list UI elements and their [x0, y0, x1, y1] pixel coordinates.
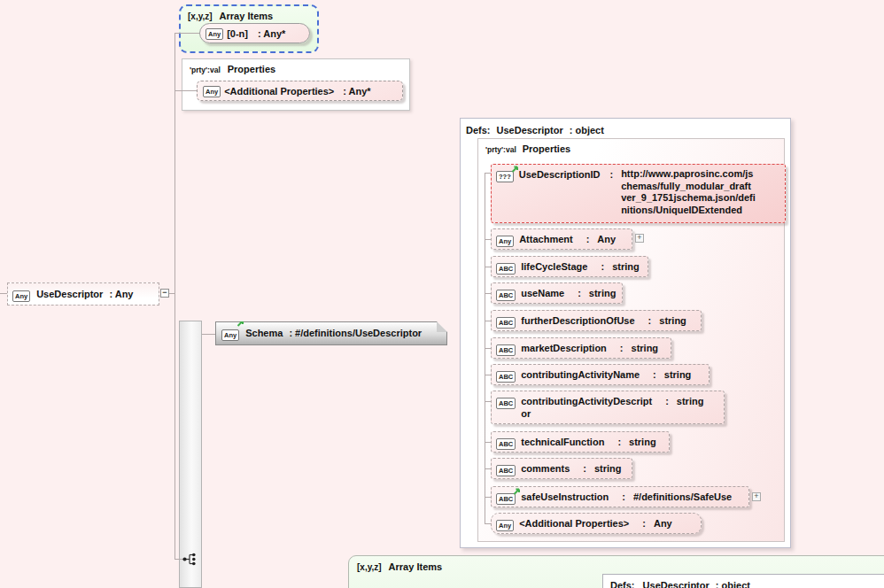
defs-properties-title: Properties	[523, 143, 570, 154]
property-type: string	[632, 342, 659, 354]
array-item-name: [0-n]	[227, 28, 248, 39]
colon-separator: :	[586, 233, 590, 245]
connector-line	[485, 348, 491, 349]
defs-usedescriptor-box[interactable]: Defs: UseDescriptor : object 'prty':val …	[460, 118, 791, 548]
property-type: string	[589, 287, 616, 299]
connector-line	[174, 33, 175, 560]
compositor-bar	[179, 321, 202, 588]
connector-line	[485, 401, 491, 402]
array-items-header: [x,y,z] Array Items	[357, 561, 884, 572]
property-comments[interactable]: ABC comments : string	[491, 458, 632, 479]
defs-properties-header: 'prty':val Properties	[478, 139, 784, 154]
any-type-badge: Any	[203, 86, 221, 97]
string-type-badge: ABC	[496, 317, 516, 329]
connector-line	[485, 468, 491, 469]
array-item-node[interactable]: Any [0-n] : Any*	[199, 23, 310, 43]
connector-line	[485, 497, 491, 498]
connector-line	[174, 33, 200, 34]
colon-separator: :	[665, 395, 669, 407]
connector-line	[0, 293, 7, 294]
property-type: string	[659, 314, 686, 327]
property-name: safeUseInstruction	[521, 491, 609, 503]
colon-separator: :	[620, 342, 624, 354]
additional-properties-name: <Additional Properties>	[224, 86, 334, 97]
connector-line	[485, 173, 491, 174]
property-type: http://www.paprosinc.com/js chemas/fully…	[621, 168, 756, 216]
connector-line	[202, 334, 215, 335]
property-name: Attachment	[519, 233, 573, 245]
string-type-badge: ABC	[496, 344, 516, 356]
property-type: string	[629, 436, 656, 448]
dogear-fold	[437, 321, 447, 332]
string-type-badge: ABC	[496, 398, 516, 409]
connector-line	[485, 523, 491, 524]
property-lifecyclestage[interactable]: ABC lifeCycleStage : string	[491, 256, 648, 277]
property-type: #/definitions/SafeUse	[633, 491, 732, 503]
property-contributingactivityname[interactable]: ABC contributingActivityName : string	[491, 364, 710, 385]
string-type-badge: ABC	[496, 290, 516, 301]
property-name: contributingActivityName	[521, 368, 640, 381]
property-name: contributingActivityDescript or	[521, 395, 652, 420]
colon-separator: :	[642, 517, 646, 530]
colon-separator: :	[648, 314, 652, 327]
property-name: marketDescription	[521, 342, 607, 354]
property-safeuseinstruction[interactable]: ABC safeUseInstruction : #/definitions/S…	[491, 486, 749, 507]
any-type-badge: Any	[12, 290, 30, 302]
colon-separator: :	[653, 368, 656, 381]
schema-node-type: : #/definitions/UseDescriptor	[289, 322, 422, 344]
property-type: Any	[597, 233, 616, 245]
defs-prefix: Defs:	[610, 580, 635, 588]
any-type-badge: Any	[496, 520, 514, 531]
connector-line	[485, 442, 491, 443]
property-usename[interactable]: ABC useName : string	[491, 282, 623, 304]
colon-separator: :	[601, 260, 604, 273]
property-name: lifeCycleStage	[521, 260, 587, 273]
property-name: furtherDescriptionOfUse	[521, 314, 634, 327]
array-kind-icon: [x,y,z]	[188, 12, 213, 21]
connector-line	[485, 321, 491, 321]
schema-reference-node[interactable]: Any Schema : #/definitions/UseDescriptor	[215, 321, 447, 345]
properties-kind-icon: 'prty':val	[485, 145, 516, 154]
connector-line	[169, 293, 174, 294]
property-usedescriptionid[interactable]: ??? UseDescriptionID : http://www.papros…	[491, 164, 786, 223]
root-node-usedescriptor[interactable]: Any UseDescriptor : Any	[7, 282, 159, 306]
expand-button[interactable]: +	[752, 492, 761, 501]
property-attachment[interactable]: Any Attachment : Any	[491, 228, 632, 250]
reference-arrow-icon	[237, 319, 244, 327]
property-furtherdescriptionofuse[interactable]: ABC furtherDescriptionOfUse : string	[491, 310, 702, 331]
string-type-badge: ABC	[496, 263, 516, 275]
additional-properties-node[interactable]: Any <Additional Properties> : Any*	[197, 81, 403, 101]
defs-usedescriptor-box-bottom[interactable]: Defs: UseDescriptor : object	[602, 574, 884, 588]
defs-type: : object	[570, 125, 604, 135]
string-type-badge: ABC	[496, 438, 516, 450]
any-of-compositor-icon[interactable]	[182, 552, 198, 567]
property-marketdescription[interactable]: ABC marketDescription : string	[491, 337, 671, 359]
defs-header: Defs: UseDescriptor : object	[461, 119, 790, 135]
string-type-badge: ABC	[496, 465, 516, 476]
root-node-name: UseDescriptor	[36, 283, 103, 305]
array-items-title: Array Items	[389, 561, 443, 572]
reference-arrow-icon	[511, 165, 519, 173]
array-kind-icon: [x,y,z]	[357, 562, 382, 572]
additional-properties-type: : Any*	[343, 86, 370, 97]
array-items-box-bottom[interactable]: [x,y,z] Array Items Defs: UseDescriptor …	[348, 555, 884, 588]
property-name: <Additional Properties>	[519, 517, 629, 530]
collapse-toggle-button[interactable]: −	[160, 289, 169, 298]
property-contributingactivitydescriptor[interactable]: ABC contributingActivityDescript or : st…	[491, 391, 725, 424]
defs-name: UseDescriptor	[643, 580, 710, 588]
colon-separator: :	[583, 462, 586, 475]
defs-name: UseDescriptor	[497, 125, 563, 135]
property-name: UseDescriptionID	[519, 168, 601, 181]
property-type: Any	[654, 517, 672, 530]
json-schema-design-canvas: [x,y,z] Array Items Any [0-n] : Any* 'pr…	[0, 0, 884, 588]
property-additional-properties[interactable]: Any <Additional Properties> : Any	[491, 513, 702, 534]
defs-prefix: Defs:	[466, 125, 491, 135]
root-node-type: : Any	[109, 283, 133, 305]
any-type-badge: Any	[496, 236, 514, 247]
property-technicalfunction[interactable]: ABC technicalFunction : string	[491, 431, 670, 453]
array-items-title: Array Items	[220, 11, 274, 21]
connector-line	[485, 293, 491, 294]
expand-button[interactable]: +	[635, 234, 644, 243]
connector-line	[485, 267, 491, 267]
property-name: useName	[521, 287, 564, 299]
